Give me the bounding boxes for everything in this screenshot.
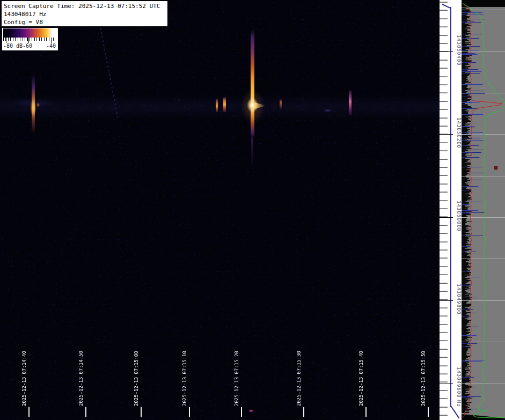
spectrum-bar	[462, 129, 467, 129]
spectrum-bar	[462, 345, 469, 345]
spectrum-bar	[462, 233, 468, 233]
spectrum-bar	[462, 30, 467, 30]
spectrum-bar	[462, 53, 475, 54]
spectrum-bar	[462, 250, 467, 251]
spectrum-bar	[462, 406, 468, 407]
time-label: 2025-12-13 07:15:50	[420, 350, 428, 406]
spectrum-bar	[462, 85, 467, 86]
spectrum-bar	[462, 350, 467, 351]
spectrum-bar	[462, 238, 470, 238]
frequency-label: 143050000	[454, 201, 462, 234]
spectrum-bar	[462, 321, 469, 322]
spectrum-bar	[462, 99, 471, 100]
spectrum-bar	[462, 138, 472, 139]
time-tick	[189, 407, 190, 417]
spectrum-bar	[462, 297, 465, 297]
spectrum-bar	[462, 44, 471, 45]
frequency-label: 143050400	[454, 35, 462, 68]
spectrum-bar	[462, 185, 466, 185]
spectrum-bar	[462, 197, 467, 197]
spectrum-bar	[462, 214, 471, 215]
time-label: 2025-12-13 07:14:50	[78, 350, 85, 406]
spectrum-bar	[462, 130, 469, 131]
spectrum-bar	[462, 400, 465, 400]
spectrum-bar	[462, 348, 467, 349]
spectrum-bar	[462, 17, 469, 17]
spectrum-bar	[462, 261, 466, 262]
spectrum-bar	[462, 408, 469, 408]
spectrum-bar	[462, 291, 466, 292]
spectrum-bar	[462, 129, 470, 130]
time-label: 2025-12-13 07:15:20	[233, 350, 241, 406]
spectrum-bar	[462, 149, 470, 149]
spectrum-bar	[462, 149, 466, 150]
spectrum-bar	[462, 305, 472, 305]
spectrum-bar	[462, 29, 467, 30]
spectrum-bar	[462, 34, 482, 34]
spectrum-bar	[462, 314, 472, 314]
frequency-label: 143049600	[454, 367, 462, 400]
spectrum-bar	[462, 292, 468, 293]
spectrum-bar	[462, 126, 469, 126]
spectrum-bar	[462, 332, 470, 333]
spectrum-bar	[462, 74, 470, 75]
colorbar-major-tick	[51, 38, 52, 43]
spectrum-bar	[462, 225, 466, 225]
spectrum-bar	[462, 198, 470, 198]
marker-dot	[494, 166, 497, 170]
spectrum-bar	[462, 297, 472, 298]
spectrum-bar	[462, 185, 469, 186]
spectrum-bar	[462, 200, 467, 201]
frequency-axis: 1430504001430502001430500001430498001430…	[440, 0, 462, 420]
spectrum-bar	[462, 290, 465, 291]
spectrum-bar	[462, 131, 467, 132]
spectrum-bar	[462, 245, 466, 246]
spectrum-bar	[462, 179, 469, 179]
spectrum-bar	[462, 156, 471, 156]
spectrum-bar	[462, 366, 471, 367]
spectrum-bar	[462, 306, 470, 307]
spectrum-bar	[462, 206, 465, 207]
spectrum-bar	[462, 365, 468, 365]
spectrum-bar	[462, 172, 467, 173]
spectrum-bar	[462, 362, 482, 362]
spectrum-bar	[462, 200, 467, 200]
spectrum-bar	[462, 293, 471, 294]
time-tick	[241, 407, 242, 417]
spectrum-bar	[462, 165, 466, 165]
spectrum-bar	[462, 201, 466, 202]
spectrum-bar	[462, 263, 468, 263]
spectrum-panel[interactable]	[462, 0, 505, 420]
spectrum-bar	[462, 189, 467, 189]
time-tick	[28, 407, 30, 417]
spectrum-bar	[462, 164, 471, 165]
spectrum-bar	[462, 249, 472, 250]
spectrum-bar	[462, 203, 469, 204]
spectrum-bar	[462, 216, 467, 216]
spectrum-bar	[462, 381, 469, 381]
spectrum-bar	[462, 381, 470, 382]
spectrum-bar	[462, 46, 467, 46]
spectrum-bar	[462, 247, 471, 247]
spectrum-bar	[462, 342, 468, 343]
spectrum-bar	[462, 152, 482, 152]
spectrum-bar	[462, 196, 469, 197]
spectrum-bar	[462, 210, 478, 211]
spectrum-bar	[462, 229, 469, 229]
echo-blob	[36, 102, 40, 107]
spectrum-bar	[462, 114, 469, 114]
spectrum-bar	[462, 328, 466, 329]
echo-blob	[324, 109, 332, 112]
spectrum-bar	[462, 223, 465, 224]
spectrum-bar	[462, 202, 469, 203]
spectrum-bar	[462, 169, 466, 170]
spectrum-bar	[462, 283, 469, 283]
spectrum-bar	[462, 146, 469, 146]
spectrum-bar	[462, 229, 466, 230]
spectrum-bar	[462, 241, 471, 241]
spectrogram-canvas[interactable]: 2025-12-13 07:14:402025-12-13 07:14:5020…	[0, 0, 440, 420]
spectrum-bar	[462, 114, 483, 115]
spectrum-bar	[462, 357, 468, 358]
spectrum-bar	[462, 61, 466, 61]
spectrum-bar	[462, 15, 467, 16]
